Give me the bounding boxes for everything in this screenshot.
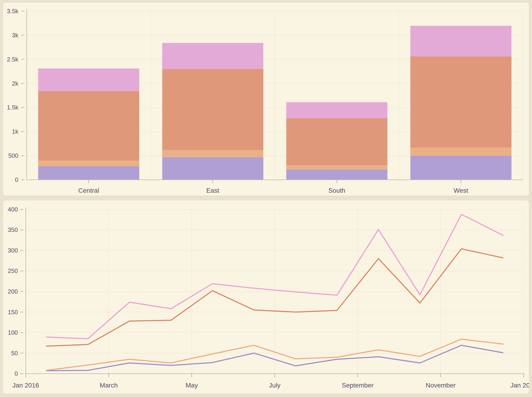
y-axis-label: 250 [8,268,18,274]
y-axis-label: 1.5k [7,104,18,111]
x-axis-label-south: South [329,187,345,194]
x-axis-label-jan-2017: Jan 2017 [510,382,529,389]
x-axis-label-may: May [186,382,198,389]
bar-segment-series-salmon-south[interactable] [286,118,387,165]
x-axis-label-september: September [342,382,374,389]
x-axis-label-july: July [269,382,281,389]
x-axis-label-west: West [454,187,468,194]
y-axis-label: 150 [8,309,18,315]
bar-segment-series-purple-west[interactable] [410,155,512,180]
bar-segment-series-sand-south[interactable] [286,165,387,169]
y-axis-label: 350 [8,227,18,233]
y-axis-label: 0 [15,176,18,183]
bar-segment-series-purple-central[interactable] [38,166,139,180]
y-axis-label: 0 [14,370,18,377]
bar-segment-series-plum-west[interactable] [410,26,512,56]
x-axis-label-jan-2016: Jan 2016 [12,382,39,389]
bar-segment-series-purple-east[interactable] [162,157,263,180]
y-axis-label: 500 [8,152,18,159]
bar-segment-series-salmon-central[interactable] [38,91,139,161]
bar-segment-series-plum-south[interactable] [286,102,387,118]
line-chart-panel: Jan 2016MarchMayJulySeptemberNovemberJan… [3,200,529,394]
y-axis-label: 3k [12,32,18,38]
line-chart: Jan 2016MarchMayJulySeptemberNovemberJan… [3,200,529,394]
y-axis-label: 1k [12,128,18,135]
y-axis-label: 400 [8,206,18,213]
y-axis-label: 50 [11,350,18,356]
bar-segment-series-sand-east[interactable] [162,150,263,157]
bar-segment-series-plum-east[interactable] [162,43,263,69]
x-axis-label-november: November [426,382,456,389]
stacked-bar-chart: CentralEastSouthWest05001k1.5k2k2.5k3k3.… [3,3,529,196]
y-axis-label: 200 [8,288,18,295]
bar-segment-series-purple-south[interactable] [286,169,387,180]
bar-segment-series-sand-central[interactable] [38,161,139,166]
bar-segment-series-salmon-east[interactable] [162,69,263,150]
y-axis-label: 2.5k [7,56,18,63]
bar-segment-series-plum-central[interactable] [38,68,139,91]
bar-segment-series-salmon-west[interactable] [410,56,512,148]
y-axis-label: 2k [12,80,18,87]
x-axis-label-march: March [100,382,118,389]
x-axis-label-central: Central [78,187,99,194]
charts-dashboard: CentralEastSouthWest05001k1.5k2k2.5k3k3.… [0,0,532,397]
bar-segment-series-sand-west[interactable] [410,148,512,155]
y-axis-label: 3.5k [7,8,18,14]
y-axis-label: 100 [8,329,18,336]
bar-chart-panel: CentralEastSouthWest05001k1.5k2k2.5k3k3.… [3,2,529,196]
y-axis-label: 300 [8,247,18,254]
x-axis-label-east: East [206,187,219,194]
